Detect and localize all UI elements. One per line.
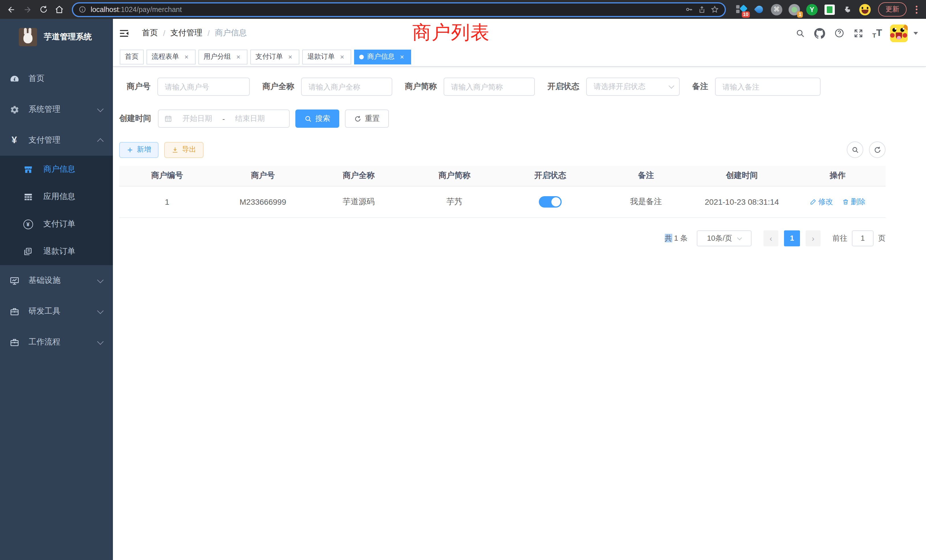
extension-tabs-icon[interactable]: 10 (735, 3, 747, 16)
close-icon[interactable]: × (398, 53, 406, 61)
status-toggle[interactable] (539, 196, 561, 207)
cell-actions: 修改 删除 (790, 186, 885, 217)
create-time-range-picker[interactable]: 开始日期 - 结束日期 (158, 109, 290, 128)
range-separator: - (222, 114, 225, 123)
add-button[interactable]: 新增 (119, 142, 159, 158)
tags-view: 首页 流程表单× 用户分组× 支付订单× 退款订单× 商户信息× (113, 47, 926, 67)
show-search-toggle-button[interactable] (847, 141, 863, 158)
full-name-label: 商户全称 (262, 82, 294, 92)
browser-home-button[interactable] (53, 3, 66, 16)
url-text: localhost:1024/pay/merchant (91, 5, 680, 14)
col-actions: 操作 (790, 166, 885, 186)
merchant-no-label: 商户号 (127, 82, 151, 92)
browser-forward-button[interactable] (21, 3, 34, 16)
chevron-down-icon (97, 307, 104, 314)
merchant-table: 商户编号 商户号 商户全称 商户简称 开启状态 备注 创建时间 操作 1 (119, 166, 885, 218)
share-icon[interactable] (698, 5, 706, 14)
close-icon[interactable]: × (286, 53, 294, 61)
cell-create-time: 2021-10-23 08:31:14 (694, 186, 790, 217)
browser-reload-button[interactable] (36, 3, 50, 16)
sidebar-item-home[interactable]: 首页 (0, 63, 113, 94)
extension-drop-icon[interactable] (753, 3, 765, 16)
browser-back-button[interactable] (5, 3, 18, 16)
payment-submenu: 商户信息 应用信息 ¥ 支付订单 (0, 156, 113, 265)
tab-merchant-info[interactable]: 商户信息× (354, 49, 411, 64)
sidebar-item-app-info[interactable]: 应用信息 (0, 183, 113, 210)
tab-user-group[interactable]: 用户分组× (198, 49, 247, 64)
extension-command-icon[interactable]: ⌘ (770, 3, 783, 16)
extension-session-icon[interactable]: 1 (788, 3, 800, 16)
export-button[interactable]: 导出 (164, 142, 204, 158)
create-time-label: 创建时间 (119, 114, 151, 124)
tab-home[interactable]: 首页 (120, 49, 144, 64)
user-avatar[interactable] (890, 24, 908, 42)
search-button[interactable]: 搜索 (295, 109, 339, 128)
status-select[interactable]: 请选择开启状态 (586, 77, 680, 96)
extensions-puzzle-icon[interactable] (841, 3, 853, 16)
col-merchant-no: 商户号 (215, 166, 311, 186)
screen: localhost:1024/pay/merchant 10 ⌘ 1 (0, 0, 926, 560)
font-size-icon[interactable]: TT (872, 27, 882, 39)
goto-page-input[interactable] (852, 230, 873, 246)
page-1-button[interactable]: 1 (784, 230, 800, 246)
sidebar-item-system[interactable]: 系统管理 (0, 94, 113, 125)
app-navbar: 首页 / 支付管理 / 商户信息 (113, 19, 926, 47)
remark-input[interactable] (715, 77, 820, 96)
sidebar-item-refund-order[interactable]: 退款订单 (0, 238, 113, 265)
full-name-input[interactable] (301, 77, 392, 96)
extension-badge: 10 (741, 11, 750, 17)
reset-button[interactable]: 重置 (345, 109, 389, 128)
refresh-button[interactable] (869, 141, 885, 158)
sidebar-item-payment[interactable]: ¥ 支付管理 (0, 125, 113, 156)
short-name-input[interactable] (443, 77, 535, 96)
tab-pay-order[interactable]: 支付订单× (250, 49, 300, 64)
sidebar-item-dev-tools[interactable]: 研发工具 (0, 296, 113, 327)
cell-merchant-id: 1 (119, 186, 215, 217)
tab-process-form[interactable]: 流程表单× (147, 49, 195, 64)
sidebar-item-infrastructure[interactable]: 基础设施 (0, 265, 113, 296)
edit-link[interactable]: 修改 (809, 197, 833, 207)
logo-rabbit-image (19, 28, 37, 46)
browser-update-button[interactable]: 更新 (878, 2, 906, 17)
delete-link[interactable]: 删除 (842, 197, 865, 207)
address-bar[interactable]: localhost:1024/pay/merchant (72, 2, 726, 17)
extension-y-icon[interactable]: Y (806, 3, 818, 16)
search-icon[interactable] (795, 27, 806, 39)
document-icon (23, 246, 33, 257)
gear-icon (9, 104, 20, 115)
calendar-icon (164, 115, 172, 123)
github-icon[interactable] (814, 27, 826, 39)
filter-row-1: 商户号 商户全称 商户简称 开启状态 请选择开启状态 备注 (119, 77, 926, 96)
chevron-down-icon (97, 338, 104, 345)
breadcrumb: 首页 / 支付管理 / 商户信息 (142, 28, 247, 38)
breadcrumb-payment[interactable]: 支付管理 (171, 28, 203, 38)
cell-status (502, 186, 598, 217)
avatar-caret-icon[interactable] (914, 32, 918, 35)
store-icon (23, 164, 33, 174)
tab-refund-order[interactable]: 退款订单× (302, 49, 351, 64)
page-size-select[interactable]: 10条/页 (697, 230, 752, 246)
help-icon[interactable] (834, 27, 845, 39)
breadcrumb-home[interactable]: 首页 (142, 28, 158, 38)
extension-notes-icon[interactable] (823, 3, 836, 16)
close-icon[interactable]: × (235, 53, 242, 61)
next-page-button[interactable]: › (806, 230, 820, 246)
browser-menu-icon[interactable] (912, 5, 920, 14)
col-remark: 备注 (598, 166, 694, 186)
sidebar-toggle-icon[interactable] (118, 27, 129, 39)
merchant-no-input[interactable] (157, 77, 250, 96)
page-content: 商户号 商户全称 商户简称 开启状态 请选择开启状态 备注 (113, 67, 926, 560)
bookmark-star-icon[interactable] (710, 5, 719, 14)
app-logo[interactable]: 芋道管理系统 (0, 19, 113, 55)
password-key-icon[interactable] (685, 5, 693, 14)
site-info-icon[interactable] (79, 6, 86, 13)
sidebar-item-workflow[interactable]: 工作流程 (0, 327, 113, 357)
fullscreen-icon[interactable] (853, 27, 864, 39)
profile-avatar-icon[interactable] (859, 3, 871, 16)
sidebar-item-merchant-info[interactable]: 商户信息 (0, 156, 113, 183)
prev-page-button[interactable]: ‹ (764, 230, 778, 246)
close-icon[interactable]: × (338, 53, 346, 61)
close-icon[interactable]: × (183, 53, 191, 61)
sidebar-item-pay-order[interactable]: ¥ 支付订单 (0, 210, 113, 238)
extensions-row: 10 ⌘ 1 Y (735, 3, 871, 16)
